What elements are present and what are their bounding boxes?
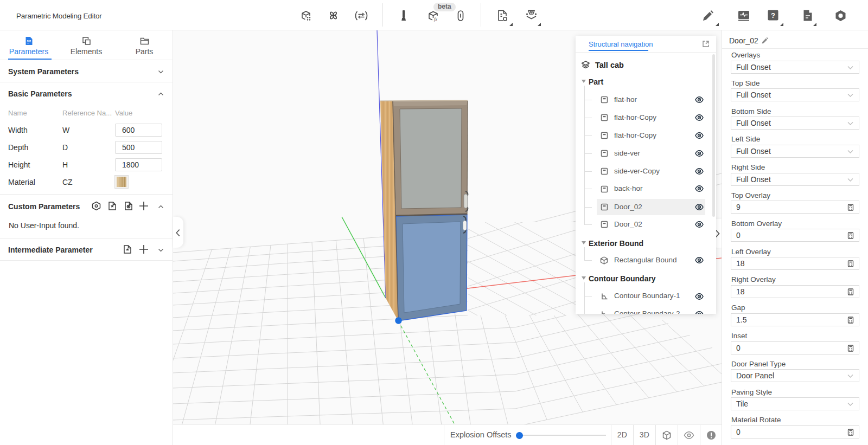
svg-text:fx: fx — [434, 17, 437, 22]
svg-text:?: ? — [771, 11, 775, 20]
